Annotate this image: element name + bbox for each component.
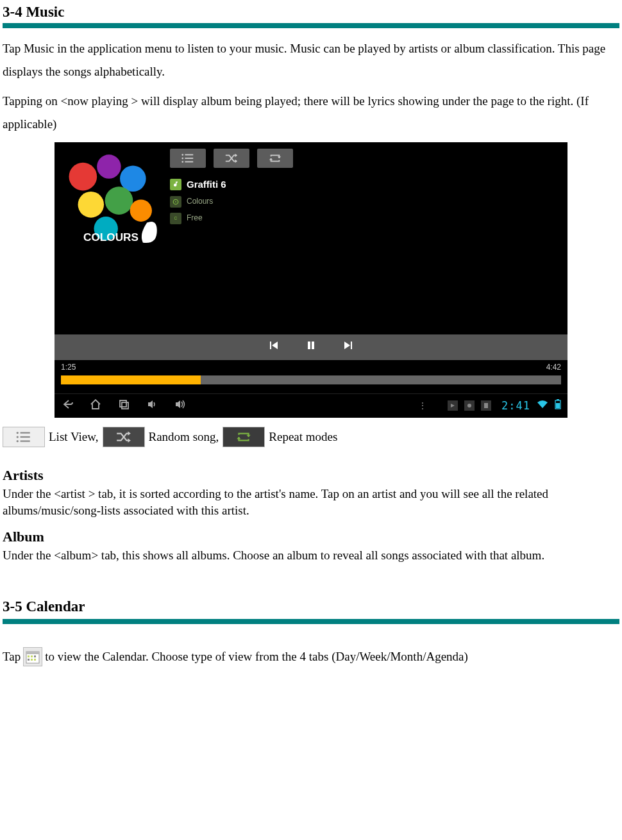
status-download-icon <box>448 400 458 411</box>
svg-point-2 <box>97 155 121 179</box>
track-icon <box>170 213 181 224</box>
svg-rect-14 <box>185 161 193 163</box>
album-heading: Album <box>3 528 619 547</box>
album-body: Under the <album> tab, this shows all al… <box>3 547 619 564</box>
list-view-button[interactable] <box>170 149 206 168</box>
svg-rect-35 <box>28 659 29 661</box>
svg-point-24 <box>17 432 19 434</box>
nav-menu-dots[interactable]: ⋮ <box>418 400 428 411</box>
music-para-2: Tapping on <now playing > will display a… <box>3 90 619 136</box>
svg-rect-12 <box>185 158 193 159</box>
calendar-line-pre: Tap <box>3 649 21 665</box>
svg-point-13 <box>181 161 183 163</box>
wifi-icon <box>537 400 548 411</box>
svg-point-5 <box>105 187 133 215</box>
svg-rect-32 <box>28 655 29 657</box>
svg-rect-27 <box>21 436 30 438</box>
svg-point-19 <box>467 404 471 408</box>
artists-body: Under the <artist > tab, it is sorted ac… <box>3 486 619 518</box>
shuffle-legend-icon <box>103 427 145 447</box>
list-view-legend-label: List View, <box>49 429 99 445</box>
album-art: COLOURS <box>61 149 161 249</box>
now-playing-artist: Graffiti 6 <box>187 178 226 191</box>
progress-bar[interactable] <box>61 375 561 384</box>
svg-point-11 <box>181 158 183 160</box>
album-icon <box>170 196 181 208</box>
repeat-legend-icon <box>223 427 265 447</box>
playback-controls <box>55 334 567 360</box>
calendar-icon <box>23 647 42 666</box>
status-clock: 2:41 <box>501 399 530 413</box>
progress-fill <box>61 375 201 384</box>
svg-rect-23 <box>556 403 560 408</box>
svg-rect-22 <box>557 399 559 400</box>
svg-rect-34 <box>34 655 36 657</box>
list-view-legend-icon <box>3 427 45 447</box>
volume-up-icon[interactable] <box>174 398 187 413</box>
section-heading-music: 3-4 Music <box>3 3 619 22</box>
pause-button[interactable] <box>305 340 317 355</box>
svg-point-6 <box>130 200 152 222</box>
svg-point-16 <box>175 201 176 202</box>
svg-rect-18 <box>122 402 128 409</box>
next-track-button[interactable] <box>342 340 354 355</box>
icon-legend: List View, Random song, Repeat modes <box>3 427 619 447</box>
repeat-legend-label: Repeat modes <box>269 429 337 445</box>
player-screenshot: COLOURS <box>55 142 567 418</box>
svg-rect-29 <box>21 440 30 441</box>
svg-point-4 <box>78 192 105 218</box>
prev-track-button[interactable] <box>268 340 280 355</box>
svg-text:COLOURS: COLOURS <box>83 231 139 243</box>
calendar-line: Tap to view the Calendar. Choose type of… <box>3 647 619 666</box>
svg-rect-17 <box>120 400 126 407</box>
random-legend-label: Random song, <box>149 429 219 445</box>
now-playing-track-row: Free <box>170 210 561 227</box>
system-navbar: ⋮ 2:41 <box>55 393 567 418</box>
battery-icon <box>555 399 561 412</box>
svg-point-9 <box>181 154 183 156</box>
repeat-button[interactable] <box>257 149 293 168</box>
svg-rect-25 <box>21 432 30 433</box>
time-row: 1:25 4:42 <box>55 360 567 373</box>
shuffle-button[interactable] <box>214 149 249 168</box>
svg-rect-37 <box>34 659 36 661</box>
status-usb-icon <box>464 400 475 411</box>
now-playing-track: Free <box>187 213 203 224</box>
now-playing-album-row: Colours <box>170 194 561 210</box>
music-para-1: Tap Music in the application menu to lis… <box>3 37 619 83</box>
svg-point-28 <box>17 440 19 442</box>
recent-apps-icon[interactable] <box>117 398 130 413</box>
svg-rect-36 <box>31 659 33 661</box>
back-icon[interactable] <box>61 398 74 413</box>
section-rule-calendar <box>3 619 619 624</box>
section-rule <box>3 23 619 28</box>
svg-rect-33 <box>31 655 33 657</box>
section-heading-calendar: 3-5 Calendar <box>3 597 619 616</box>
now-playing-album: Colours <box>187 197 213 207</box>
svg-rect-31 <box>26 652 39 654</box>
time-elapsed: 1:25 <box>61 363 76 373</box>
calendar-line-post: to view the Calendar. Choose type of vie… <box>45 649 468 665</box>
home-icon[interactable] <box>89 398 102 413</box>
time-total: 4:42 <box>546 363 561 373</box>
volume-down-icon[interactable] <box>146 398 158 413</box>
status-sd-icon <box>481 400 491 411</box>
svg-point-1 <box>69 163 97 191</box>
now-playing-artist-row: Graffiti 6 <box>170 176 561 194</box>
svg-point-26 <box>17 436 19 438</box>
artists-heading: Artists <box>3 466 619 485</box>
svg-rect-20 <box>484 403 488 408</box>
player-screenshot-container: COLOURS <box>3 142 619 418</box>
svg-rect-10 <box>185 154 193 156</box>
artist-icon <box>170 179 181 190</box>
